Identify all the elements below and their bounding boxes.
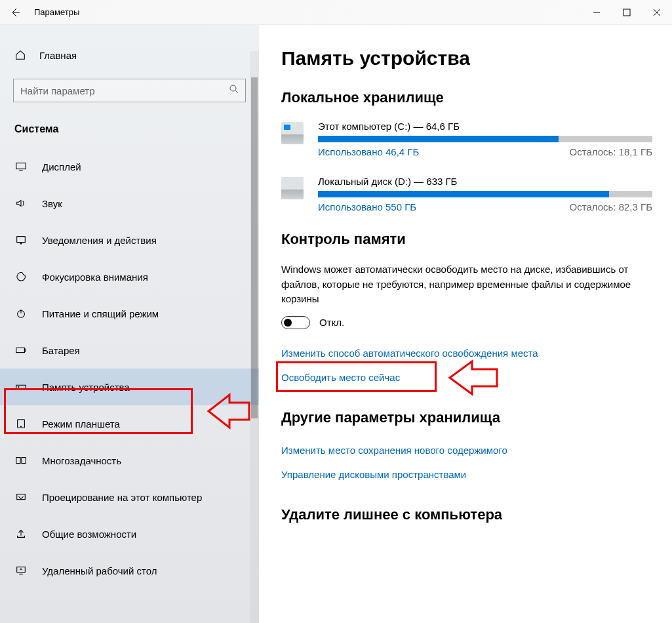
sound-icon <box>14 197 28 209</box>
drive-title: Этот компьютер (C:) — 64,6 ГБ <box>318 121 652 132</box>
minimize-button[interactable] <box>582 0 612 25</box>
link-manage-spaces[interactable]: Управление дисковыми пространствами <box>281 469 466 480</box>
sidebar-item-focus[interactable]: Фокусировка внимания <box>0 258 259 295</box>
project-icon <box>14 491 28 503</box>
svg-rect-12 <box>24 349 26 352</box>
sidebar-item-label: Фокусировка внимания <box>42 271 148 283</box>
drive-title: Локальный диск (D:) — 633 ГБ <box>318 176 652 187</box>
toggle-knob <box>284 319 292 327</box>
page-title: Память устройства <box>281 47 652 70</box>
storage-sense-description: Windows может автоматически освободить м… <box>281 262 635 307</box>
svg-rect-21 <box>17 567 26 573</box>
svg-rect-11 <box>16 348 25 352</box>
sidebar-item-shared[interactable]: Общие возможности <box>0 515 259 552</box>
svg-point-14 <box>18 386 19 387</box>
drive-free-label: Осталось: 18,1 ГБ <box>570 146 652 157</box>
sidebar-home-label: Главная <box>39 50 77 61</box>
search-wrap <box>13 79 246 102</box>
svg-rect-18 <box>22 458 26 464</box>
sidebar-group-title: Система <box>0 118 259 148</box>
maximize-button[interactable] <box>612 0 642 25</box>
sidebar-item-sound[interactable]: Звук <box>0 185 259 222</box>
svg-rect-8 <box>17 237 26 243</box>
window-controls <box>582 0 672 25</box>
drive-icon <box>281 177 304 199</box>
sidebar-item-project[interactable]: Проецирование на этот компьютер <box>0 479 259 515</box>
local-storage-heading: Локальное хранилище <box>281 89 652 106</box>
sidebar-item-label: Дисплей <box>42 161 81 172</box>
sidebar-scroll-thumb[interactable] <box>251 77 258 418</box>
svg-point-4 <box>230 85 236 91</box>
search-icon <box>229 84 239 96</box>
other-storage-heading: Другие параметры хранилища <box>281 409 652 426</box>
sidebar-item-label: Проецирование на этот компьютер <box>42 492 202 503</box>
drive-free-label: Осталось: 82,3 ГБ <box>570 201 652 212</box>
svg-line-5 <box>235 90 238 93</box>
sidebar-item-label: Память устройства <box>42 382 130 393</box>
sidebar-item-label: Уведомления и действия <box>42 235 157 246</box>
sidebar-item-multitask[interactable]: Многозадачность <box>0 442 259 479</box>
sidebar-item-battery[interactable]: Батарея <box>0 332 259 369</box>
sidebar-item-label: Батарея <box>42 345 80 356</box>
shared-icon <box>14 528 28 540</box>
sidebar-scrollbar[interactable] <box>250 51 259 623</box>
multitask-icon <box>14 454 28 466</box>
sidebar-item-notifications[interactable]: Уведомления и действия <box>0 222 259 258</box>
link-free-up-now[interactable]: Освободить место сейчас <box>281 372 400 383</box>
search-input[interactable] <box>13 79 246 102</box>
sidebar-item-label: Удаленный рабочий стол <box>42 565 157 576</box>
sidebar-item-label: Многозадачность <box>42 455 121 466</box>
back-button[interactable] <box>0 0 30 25</box>
svg-rect-17 <box>16 458 20 464</box>
tablet-icon <box>14 418 28 430</box>
remote-icon <box>14 565 28 576</box>
sidebar-item-tablet[interactable]: Режим планшета <box>0 405 259 442</box>
notifications-icon <box>14 234 28 246</box>
svg-rect-6 <box>16 163 26 169</box>
display-icon <box>14 161 28 172</box>
sidebar-item-label: Питание и спящий режим <box>42 308 159 319</box>
power-icon <box>14 308 28 319</box>
drive-row[interactable]: Этот компьютер (C:) — 64,6 ГБИспользован… <box>281 121 652 157</box>
svg-point-16 <box>20 426 21 427</box>
drive-usage-bar <box>318 136 652 142</box>
sidebar-item-label: Общие возможности <box>42 529 136 540</box>
storage-sense-heading: Контроль памяти <box>281 231 652 248</box>
svg-rect-1 <box>623 9 630 16</box>
cleanup-heading: Удалите лишнее с компьютера <box>281 506 652 523</box>
sidebar-item-storage[interactable]: Память устройства <box>0 369 259 405</box>
drive-used-label: Использовано 550 ГБ <box>318 201 416 212</box>
home-icon <box>14 49 26 61</box>
drive-icon <box>281 122 304 144</box>
drive-used-label: Использовано 46,4 ГБ <box>318 146 419 157</box>
toggle-state-label: Откл. <box>319 317 344 328</box>
drive-usage-bar <box>318 191 652 197</box>
link-configure-sense[interactable]: Изменить способ автоматического освобожд… <box>281 348 538 359</box>
window-title: Параметры <box>30 7 79 17</box>
sidebar-home[interactable]: Главная <box>0 42 259 68</box>
svg-rect-13 <box>16 385 26 388</box>
close-button[interactable] <box>642 0 672 25</box>
sidebar: Главная Система ДисплейЗвукУведомления и… <box>0 25 259 623</box>
content: Память устройства Локальное хранилище Эт… <box>259 25 672 623</box>
sidebar-item-display[interactable]: Дисплей <box>0 148 259 185</box>
drive-row[interactable]: Локальный диск (D:) — 633 ГБИспользовано… <box>281 176 652 212</box>
focus-icon <box>14 271 28 283</box>
sidebar-item-remote[interactable]: Удаленный рабочий стол <box>0 552 259 589</box>
titlebar: Параметры <box>0 0 672 25</box>
link-change-save-location[interactable]: Изменить место сохранения нового содержи… <box>281 445 507 456</box>
sidebar-item-power[interactable]: Питание и спящий режим <box>0 295 259 332</box>
sidebar-item-label: Звук <box>42 198 62 209</box>
sidebar-item-label: Режим планшета <box>42 418 120 430</box>
battery-icon <box>14 344 28 356</box>
storage-icon <box>14 381 28 393</box>
storage-sense-toggle[interactable] <box>281 316 310 329</box>
